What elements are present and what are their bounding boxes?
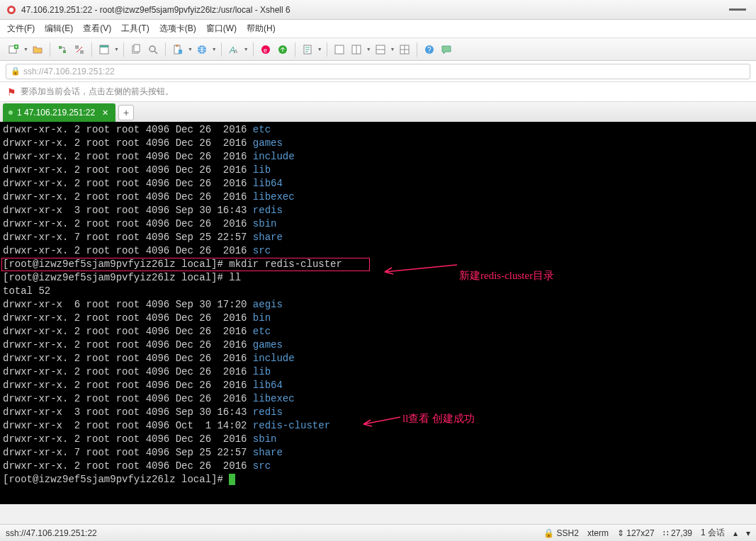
- annotation-1: 新建redis-cluster目录: [459, 269, 554, 283]
- lock-icon: 🔒: [11, 67, 21, 76]
- toolbar: ▼ ▼ ▼ ▼ AA▼ e ▼ ▼ ▼ ?: [0, 38, 756, 61]
- help-icon[interactable]: ?: [422, 42, 437, 57]
- lock2-icon: 🔒: [543, 528, 554, 538]
- status-up-icon[interactable]: ▴: [733, 528, 738, 538]
- properties-icon[interactable]: [96, 42, 112, 57]
- address-text: ssh://47.106.219.251:22: [23, 67, 115, 76]
- menu-tabs[interactable]: 选项卡(B): [159, 23, 196, 35]
- globe-icon[interactable]: [194, 42, 210, 57]
- layout1-icon[interactable]: [332, 42, 347, 57]
- tab-add-button[interactable]: +: [118, 105, 134, 120]
- annotation-2: ll查看 创建成功: [402, 412, 475, 426]
- svg-rect-9: [100, 45, 108, 47]
- app-icon: [6, 4, 17, 16]
- addressbar: 🔒 ssh://47.106.219.251:22: [0, 61, 756, 82]
- terminal[interactable]: 新建redis-cluster目录 ll查看 创建成功 drwxr-xr-x. …: [0, 122, 756, 504]
- reconnect-icon[interactable]: [55, 42, 70, 57]
- xagent-icon[interactable]: e: [258, 42, 273, 57]
- svg-text:e: e: [264, 47, 267, 54]
- svg-rect-14: [176, 45, 179, 47]
- script-icon[interactable]: [300, 42, 315, 57]
- svg-rect-5: [63, 50, 66, 53]
- status-sessions: 1 会话: [701, 527, 725, 539]
- tip-text: 要添加当前会话，点击左侧的箭头按钮。: [21, 86, 174, 98]
- svg-point-1: [9, 8, 13, 12]
- tipbar: ⚑ 要添加当前会话，点击左侧的箭头按钮。: [0, 82, 756, 102]
- svg-point-12: [149, 46, 155, 52]
- menu-view[interactable]: 查看(V): [83, 23, 111, 35]
- svg-text:?: ?: [427, 46, 431, 54]
- paste-icon[interactable]: [170, 42, 186, 57]
- tab-close-icon[interactable]: ✕: [102, 108, 108, 118]
- minimize-button[interactable]: [729, 8, 746, 11]
- chat-icon[interactable]: [439, 42, 454, 57]
- status-down-icon[interactable]: ▾: [746, 528, 750, 538]
- session-tab[interactable]: 1 47.106.219.251:22 ✕: [3, 103, 115, 122]
- menubar: 文件(F) 编辑(E) 查看(V) 工具(T) 选项卡(B) 窗口(W) 帮助(…: [0, 20, 756, 38]
- svg-rect-23: [335, 45, 344, 54]
- titlebar: 47.106.219.251:22 - root@izwz9ef5sjam9pv…: [0, 0, 756, 20]
- open-session-icon[interactable]: [30, 42, 45, 57]
- menu-tools[interactable]: 工具(T): [121, 23, 149, 35]
- svg-rect-6: [75, 45, 79, 49]
- svg-rect-7: [80, 50, 84, 54]
- statusbar: ssh://47.106.219.251:22 🔒 SSH2 xterm ⇕ 1…: [0, 524, 756, 541]
- svg-rect-4: [59, 46, 62, 49]
- menu-file[interactable]: 文件(F): [7, 23, 35, 35]
- flag-icon: ⚑: [7, 86, 16, 98]
- layout3-icon[interactable]: [373, 42, 388, 57]
- svg-rect-15: [179, 50, 182, 54]
- menu-window[interactable]: 窗口(W): [206, 23, 237, 35]
- status-ssh: 🔒 SSH2: [543, 528, 579, 538]
- svg-rect-11: [134, 45, 140, 52]
- tab-label: 1 47.106.219.251:22: [17, 108, 95, 118]
- address-input[interactable]: 🔒 ssh://47.106.219.251:22: [6, 64, 750, 79]
- xftp-icon[interactable]: [275, 42, 290, 57]
- new-session-icon[interactable]: [6, 42, 21, 57]
- layout2-icon[interactable]: [349, 42, 364, 57]
- menu-edit[interactable]: 编辑(E): [45, 23, 73, 35]
- status-term: xterm: [587, 528, 609, 538]
- copy-icon[interactable]: [128, 42, 144, 57]
- layout4-icon[interactable]: [397, 42, 412, 57]
- font-icon[interactable]: AA: [226, 42, 242, 57]
- disconnect-icon[interactable]: [72, 42, 87, 57]
- status-pos: ∷ 27,39: [663, 528, 692, 538]
- window-title: 47.106.219.251:22 - root@izwz9ef5sjam9pv…: [21, 5, 729, 15]
- svg-text:A: A: [234, 48, 238, 55]
- status-size: ⇕ 127x27: [617, 528, 655, 538]
- status-address: ssh://47.106.219.251:22: [6, 528, 543, 538]
- search-icon[interactable]: [145, 42, 161, 57]
- tabbar: 1 47.106.219.251:22 ✕ +: [0, 102, 756, 122]
- menu-help[interactable]: 帮助(H): [247, 23, 276, 35]
- tab-status-icon: [9, 110, 13, 115]
